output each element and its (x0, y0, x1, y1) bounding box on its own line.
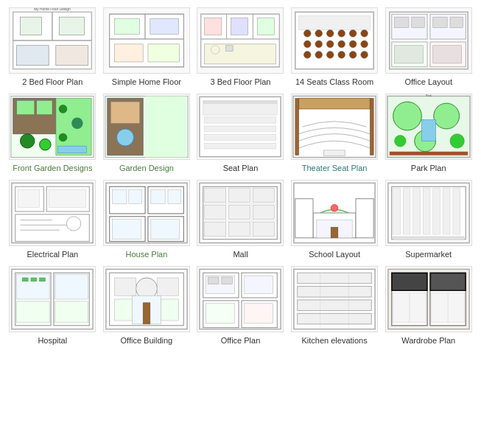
svg-rect-131 (205, 223, 226, 237)
svg-rect-120 (168, 189, 180, 203)
svg-rect-84 (205, 117, 276, 123)
svg-point-76 (116, 129, 133, 146)
template-item-kitchen-elevations[interactable]: Kitchen elevations (289, 266, 380, 345)
svg-rect-117 (112, 189, 126, 203)
svg-rect-86 (205, 135, 276, 141)
template-grid: My Home Floor Design 2 Bed Floor Plan Si… (7, 7, 474, 345)
svg-point-70 (71, 117, 82, 128)
template-item-mall[interactable]: Mall (195, 180, 286, 259)
svg-point-37 (361, 30, 368, 38)
template-item-park-plan[interactable]: Park Park Plan (383, 94, 474, 172)
svg-rect-191 (298, 313, 372, 324)
svg-rect-4 (21, 17, 42, 35)
svg-rect-165 (31, 278, 37, 281)
svg-rect-172 (157, 278, 178, 295)
svg-rect-25 (231, 18, 248, 35)
svg-rect-154 (443, 188, 450, 234)
template-item-office-plan[interactable]: Office Plan (195, 266, 286, 345)
template-item-simple-home-floor[interactable]: Simple Home Floor (102, 7, 192, 86)
thumbnail-office-layout (385, 7, 472, 74)
template-item-theater-seat-plan[interactable]: Theater Seat Plan (289, 94, 380, 172)
svg-rect-55 (394, 17, 408, 27)
label-seat-plan: Seat Plan (223, 164, 259, 172)
svg-rect-17 (114, 44, 143, 62)
svg-rect-64 (37, 100, 52, 114)
svg-point-99 (450, 134, 464, 148)
svg-point-43 (361, 41, 368, 48)
label-kitchen-elevations: Kitchen elevations (301, 336, 367, 345)
thumbnail-mall (197, 180, 284, 246)
template-item-supermarket[interactable]: Supermarket (383, 180, 474, 259)
svg-rect-140 (295, 199, 313, 238)
template-item-2-bed-floor-plan[interactable]: My Home Floor Design 2 Bed Floor Plan (7, 7, 98, 86)
svg-rect-31 (299, 15, 371, 29)
template-item-hospital[interactable]: Hospital (7, 266, 98, 345)
template-item-front-garden-designs[interactable]: Front Garden Designs (7, 94, 98, 172)
svg-point-47 (338, 52, 345, 59)
svg-point-96 (433, 103, 459, 129)
svg-rect-87 (205, 143, 276, 149)
svg-point-40 (326, 41, 334, 48)
svg-rect-16 (150, 18, 179, 34)
svg-rect-60 (432, 46, 461, 63)
thumbnail-electrical-plan (9, 180, 96, 246)
svg-rect-93 (324, 150, 345, 156)
label-simple-home-floor: Simple Home Floor (112, 77, 181, 86)
label-3-bed-floor-plan: 3 Bed Floor Plan (211, 77, 271, 86)
svg-point-95 (393, 102, 421, 130)
svg-rect-149 (393, 188, 400, 234)
svg-rect-183 (206, 304, 235, 323)
svg-point-33 (315, 30, 323, 38)
label-supermarket: Supermarket (405, 250, 452, 259)
svg-text:Park: Park (426, 94, 432, 97)
svg-point-66 (40, 139, 51, 150)
svg-rect-129 (229, 205, 250, 219)
svg-point-38 (304, 41, 312, 48)
thumbnail-office-building (103, 266, 190, 332)
svg-rect-182 (245, 276, 273, 293)
thumbnail-14-seats-class-room (291, 7, 378, 74)
thumbnail-school-layout (291, 180, 378, 246)
svg-point-42 (349, 41, 357, 48)
svg-point-35 (338, 30, 345, 38)
template-item-electrical-plan[interactable]: Electrical Plan (7, 180, 98, 259)
svg-rect-144 (331, 227, 338, 238)
template-item-14-seats-class-room[interactable]: 14 Seats Class Room (289, 7, 380, 86)
template-item-school-layout[interactable]: School Layout (289, 180, 380, 259)
label-front-garden-designs: Front Garden Designs (13, 164, 92, 172)
thumbnail-garden-design (103, 94, 190, 160)
svg-rect-106 (18, 189, 40, 207)
svg-text:My Home Floor Design: My Home Floor Design (35, 8, 71, 11)
svg-rect-121 (112, 220, 141, 239)
svg-point-45 (315, 52, 323, 59)
svg-rect-107 (49, 189, 85, 207)
label-school-layout: School Layout (309, 250, 360, 259)
svg-rect-15 (114, 18, 139, 34)
template-item-office-layout[interactable]: Office Layout (383, 7, 474, 86)
svg-rect-57 (432, 17, 446, 27)
svg-rect-174 (161, 299, 178, 321)
template-item-garden-design[interactable]: Garden Design (102, 94, 192, 172)
label-office-layout: Office Layout (404, 77, 452, 86)
template-item-house-plan[interactable]: House Plan (102, 180, 192, 259)
svg-rect-155 (453, 188, 460, 234)
template-item-seat-plan[interactable]: Seat Plan (195, 94, 286, 172)
svg-rect-166 (40, 278, 46, 281)
thumbnail-kitchen-elevations (291, 266, 378, 332)
label-2-bed-floor-plan: 2 Bed Floor Plan (22, 77, 82, 86)
template-item-wardrobe-plan[interactable]: Wardrobe Plan (383, 266, 474, 345)
svg-rect-85 (205, 126, 276, 132)
svg-point-48 (349, 52, 357, 59)
svg-rect-189 (298, 287, 372, 298)
thumbnail-simple-home-floor (103, 7, 190, 74)
thumbnail-house-plan (103, 180, 190, 246)
svg-rect-153 (432, 188, 440, 234)
svg-rect-141 (356, 199, 373, 238)
svg-rect-5 (60, 17, 85, 35)
label-office-building: Office Building (121, 336, 173, 345)
template-item-office-building[interactable]: Office Building (102, 266, 192, 345)
label-house-plan: House Plan (125, 250, 167, 259)
template-item-3-bed-floor-plan[interactable]: 3 Bed Floor Plan (195, 7, 286, 86)
label-hospital: Hospital (38, 336, 67, 345)
svg-rect-125 (205, 188, 226, 202)
